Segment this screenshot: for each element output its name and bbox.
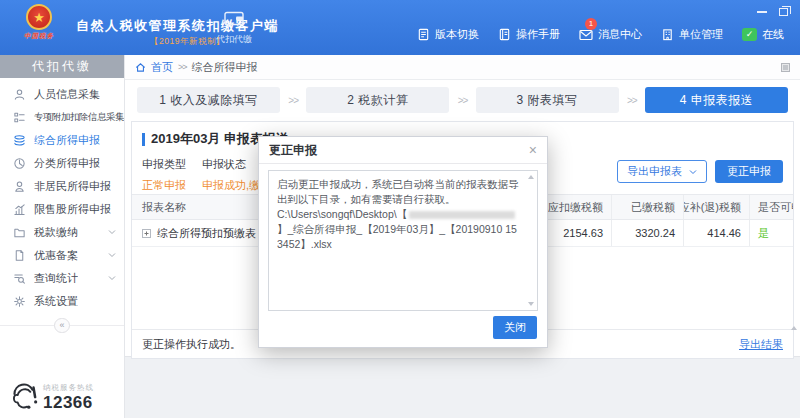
step-wizard: 1 收入及减除填写 >> 2 税款计算 >> 3 附表填写 >> 4 申报表报送 xyxy=(125,80,800,121)
declare-type: 申报类型 正常申报 xyxy=(142,157,186,190)
window-controls xyxy=(757,8,788,16)
folder-icon xyxy=(13,226,26,239)
person-icon xyxy=(13,88,26,101)
nav-online-status[interactable]: ✓ 在线 xyxy=(742,27,784,42)
footer-status-message: 更正操作执行成功。 xyxy=(142,337,241,352)
emblem-caption: 中国税务 xyxy=(16,32,62,41)
chevron-down-icon xyxy=(108,275,116,281)
step-separator: >> xyxy=(625,95,639,106)
sidebar-item-label: 人员信息采集 xyxy=(34,87,100,102)
scroll-up-icon[interactable] xyxy=(791,326,797,330)
sidebar-item-tax-payment[interactable]: 税款缴纳 xyxy=(0,221,124,244)
scrollbar-up-icon[interactable] xyxy=(528,175,534,179)
modal-close-button[interactable]: 关闭 xyxy=(493,316,537,339)
stats-icon xyxy=(13,272,26,285)
breadcrumb: 首页 >> 综合所得申报 xyxy=(125,55,800,80)
export-result-link[interactable]: 导出结果 xyxy=(739,337,783,352)
bottom-strip xyxy=(125,356,800,418)
sidebar-item-personnel-info[interactable]: 人员信息采集 xyxy=(0,83,124,106)
step-3-attachments[interactable]: 3 附表填写 xyxy=(476,87,619,113)
sidebar-item-label: 综合所得申报 xyxy=(34,133,100,148)
sidebar-item-label: 税款缴纳 xyxy=(34,225,78,240)
sidebar: 代扣代缴 人员信息采集 专项附加扣除信息采集 xyxy=(0,55,125,418)
hotline-headset-icon xyxy=(8,377,40,413)
chart-icon xyxy=(13,203,26,216)
nav-unit-management[interactable]: 单位管理 xyxy=(661,27,723,42)
restore-button[interactable] xyxy=(779,8,788,16)
gear-icon xyxy=(13,295,26,308)
nav-label: 操作手册 xyxy=(516,27,560,42)
nav-version-switch[interactable]: 版本切换 xyxy=(417,27,479,42)
hotline-label: 纳税服务热线 xyxy=(43,383,94,393)
declarable-cell: 是 xyxy=(749,220,793,246)
redacted-company-name xyxy=(409,211,515,219)
building-icon xyxy=(661,28,674,41)
wallet-icon xyxy=(224,11,244,26)
form-icon xyxy=(13,111,26,124)
mode-indicator: 代扣代缴 xyxy=(212,11,256,46)
expand-row-icon[interactable] xyxy=(142,229,151,238)
doc-icon xyxy=(13,249,26,262)
sidebar-item-restricted-shares[interactable]: 限售股所得申报 xyxy=(0,198,124,221)
nav-label: 在线 xyxy=(762,27,784,42)
hotline-logo: 纳税服务热线 12366 xyxy=(8,377,94,413)
col-paid-tax: 已缴税额 xyxy=(611,195,683,219)
modal-footer: 关闭 xyxy=(493,316,537,339)
export-declaration-label: 导出申报表 xyxy=(627,164,682,179)
chevron-down-icon xyxy=(689,169,697,175)
sidebar-item-classified-income[interactable]: 分类所得申报 xyxy=(0,152,124,175)
panel-actions: 导出申报表 更正申报 xyxy=(617,160,783,183)
sidebar-item-query-statistics[interactable]: 查询统计 xyxy=(0,267,124,290)
minimize-button[interactable] xyxy=(757,11,767,13)
modal-header: 更正申报 × xyxy=(259,137,547,164)
sidebar-collapse-button[interactable]: « xyxy=(54,318,70,333)
nav-label: 单位管理 xyxy=(679,27,723,42)
step-2-tax-calc[interactable]: 2 税款计算 xyxy=(306,87,449,113)
nav-manual[interactable]: 操作手册 xyxy=(498,27,560,42)
report-name: 综合所得预扣预缴表 xyxy=(157,226,256,241)
sidebar-item-special-deduction[interactable]: 专项附加扣除信息采集 xyxy=(0,106,124,129)
declare-type-value: 正常申报 xyxy=(142,178,186,193)
title-accent-bar xyxy=(142,133,145,146)
national-emblem-icon: ★ xyxy=(26,4,52,30)
sidebar-item-label: 非居民所得申报 xyxy=(34,179,111,194)
user-icon xyxy=(13,180,26,193)
paid-tax-cell: 3320.24 xyxy=(611,220,683,246)
close-icon[interactable]: × xyxy=(529,143,537,157)
layers-icon xyxy=(13,134,26,147)
nav-message-center[interactable]: 1 消息中心 xyxy=(579,27,642,42)
pie-icon xyxy=(13,157,26,170)
sidebar-menu: 人员信息采集 专项附加扣除信息采集 xyxy=(0,78,124,313)
app-header: ★ 中国税务 自然人税收管理系统扣缴客户端 【2019年新税制】 代扣代缴 版本… xyxy=(0,0,800,55)
online-icon: ✓ xyxy=(742,28,757,41)
modal-message-box: 启动更正申报成功，系统已自动将当前的报表数据导出到以下目录，如有需要请自行获取。… xyxy=(268,170,538,311)
sidebar-item-label: 查询统计 xyxy=(34,271,78,286)
correct-declaration-button[interactable]: 更正申报 xyxy=(715,160,783,183)
step-1-income[interactable]: 1 收入及减除填写 xyxy=(137,87,280,113)
modal-title: 更正申报 xyxy=(269,142,317,159)
message-badge: 1 xyxy=(585,18,597,30)
sidebar-item-label: 分类所得申报 xyxy=(34,156,100,171)
declare-type-label: 申报类型 xyxy=(142,157,186,172)
chevron-down-icon xyxy=(108,229,116,235)
sidebar-item-nonresident-income[interactable]: 非居民所得申报 xyxy=(0,175,124,198)
document-icon xyxy=(417,28,430,41)
manual-icon xyxy=(498,28,511,41)
sidebar-item-preference-filing[interactable]: 优惠备案 xyxy=(0,244,124,267)
sidebar-item-label: 限售股所得申报 xyxy=(34,202,111,217)
hotline-number: 12366 xyxy=(43,393,94,413)
sidebar-item-comprehensive-income[interactable]: 综合所得申报 xyxy=(0,129,124,152)
scrollbar-down-icon[interactable] xyxy=(528,302,534,306)
breadcrumb-current: 综合所得申报 xyxy=(192,60,258,75)
export-path-suffix: 】_综合所得申报_【2019年03月】_【20190910 153452】.xl… xyxy=(277,223,517,250)
step-4-submit[interactable]: 4 申报表报送 xyxy=(645,87,788,113)
tax-emblem-logo: ★ 中国税务 xyxy=(16,4,62,41)
sidebar-item-system-settings[interactable]: 系统设置 xyxy=(0,290,124,313)
nav-label: 版本切换 xyxy=(435,27,479,42)
sidebar-section-title: 代扣代缴 xyxy=(0,55,124,78)
pin-panel-icon[interactable] xyxy=(781,63,790,72)
breadcrumb-home-link[interactable]: 首页 xyxy=(151,60,173,75)
mode-label: 代扣代缴 xyxy=(212,33,256,46)
refund-tax-cell: 414.46 xyxy=(683,220,749,246)
export-declaration-button[interactable]: 导出申报表 xyxy=(617,160,707,183)
